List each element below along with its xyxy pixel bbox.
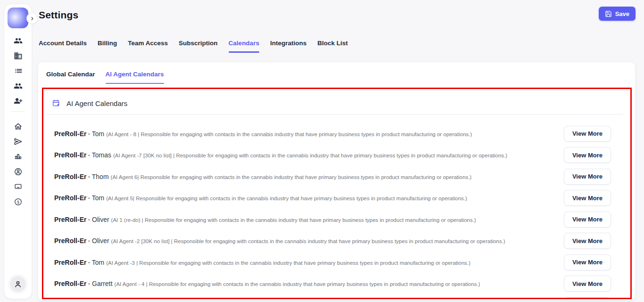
sidebar-button-building[interactable] — [10, 48, 25, 63]
sidebar: $ — [4, 4, 32, 299]
agent-row: View More — [43, 294, 630, 299]
agent-row: PreRoll-Er- Garrett(AI Agent - 4 | Respo… — [43, 273, 630, 295]
sidebar-top-icons — [10, 33, 25, 108]
chevron-right-icon — [30, 16, 35, 21]
section-header: AI Agent Calendars — [43, 89, 630, 107]
agent-brand: PreRoll-Er — [54, 259, 86, 266]
agent-name: - Garrett — [88, 280, 112, 287]
agent-row: PreRoll-Er- Tom(AI Agent -3 | Responsibl… — [43, 252, 630, 273]
agent-label: PreRoll-Er- Tom(AI Agent - 8 | Responsib… — [54, 130, 472, 138]
view-more-button[interactable]: View More — [564, 147, 611, 163]
tab-billing[interactable]: Billing — [98, 40, 117, 53]
view-more-button[interactable]: View More — [564, 297, 611, 299]
tab-calendars[interactable]: Calendars — [229, 40, 259, 53]
agent-description: (AI Agent -7 [30K no list] | Responsible… — [113, 153, 507, 158]
agent-row: PreRoll-Er- Thom(AI Agent 6| Responsible… — [43, 166, 630, 188]
tab-block-list[interactable]: Block List — [317, 40, 348, 53]
sidebar-button-bar-chart[interactable] — [10, 149, 25, 164]
user-avatar[interactable] — [10, 276, 26, 292]
agent-row: PreRoll-Er- Tom(AI Agent - 8 | Responsib… — [43, 123, 630, 145]
view-more-button[interactable]: View More — [564, 126, 611, 142]
home-icon — [14, 122, 23, 131]
section-title: AI Agent Calendars — [66, 99, 127, 107]
sidebar-button-person-add[interactable] — [10, 93, 25, 108]
view-more-button[interactable]: View More — [564, 190, 611, 206]
calendar-subtabs: Global CalendarAI Agent Calendars — [38, 62, 635, 84]
save-button[interactable]: Save — [599, 7, 636, 21]
account-circle-icon — [14, 167, 23, 176]
agent-description: (AI 1 (re-do) | Responsible for engaging… — [111, 217, 476, 223]
agent-label: PreRoll-Er- Tom(AI Agent -3 | Responsibl… — [54, 258, 471, 267]
sidebar-button-home[interactable] — [10, 119, 25, 134]
calendar-plus-icon — [52, 99, 60, 107]
highlighted-region: AI Agent Calendars PreRoll-Er- Tom(AI Ag… — [42, 88, 632, 299]
agent-label: PreRoll-Er- Thom(AI Agent 6| Responsible… — [54, 172, 471, 181]
subtab-global-calendar[interactable]: Global Calendar — [46, 71, 95, 84]
section-divider — [46, 114, 623, 114]
view-more-button[interactable]: View More — [564, 233, 611, 249]
tab-subscription[interactable]: Subscription — [179, 40, 218, 53]
subtab-ai-agent-calendars[interactable]: AI Agent Calendars — [106, 71, 164, 84]
person-icon — [13, 279, 23, 289]
sidebar-button-list[interactable] — [10, 63, 25, 78]
svg-text:$: $ — [17, 199, 19, 204]
agent-name: - Thom — [88, 173, 108, 180]
agent-list: PreRoll-Er- Tom(AI Agent - 8 | Responsib… — [43, 123, 630, 299]
agent-name: - Oliver — [88, 216, 109, 223]
tab-integrations[interactable]: Integrations — [270, 40, 306, 53]
sidebar-bottom-icons: $ — [10, 119, 25, 209]
tab-team-access[interactable]: Team Access — [128, 40, 168, 53]
sidebar-button-dollar[interactable]: $ — [10, 194, 25, 209]
agent-description: (AI Agent -2 [30K no list] | Responsible… — [111, 238, 505, 244]
building-icon — [14, 51, 23, 60]
agent-name: - Oliver — [88, 237, 109, 245]
sidebar-button-send[interactable] — [10, 134, 25, 149]
view-more-button[interactable]: View More — [564, 254, 611, 270]
agent-description: (AI Agent 6| Responsible for engaging wi… — [111, 174, 472, 180]
agent-brand: PreRoll-Er — [54, 173, 86, 180]
agent-description: (AI Agent -3 | Responsible for engaging … — [106, 260, 471, 266]
agent-label: PreRoll-Er- Garrett(AI Agent - 4 | Respo… — [54, 279, 480, 288]
agent-name: - Tom — [88, 130, 104, 138]
agent-row: PreRoll-Er- Tomas(AI Agent -7 [30K no li… — [43, 145, 630, 166]
person-add-icon — [14, 97, 23, 106]
page-title: Settings — [39, 9, 78, 21]
view-more-button[interactable]: View More — [564, 212, 611, 228]
agent-name: - Tom — [88, 194, 104, 202]
agent-brand: PreRoll-Er — [54, 151, 86, 159]
agent-label: PreRoll-Er- Oliver(AI 1 (re-do) | Respon… — [54, 215, 476, 224]
save-icon — [605, 10, 612, 17]
view-more-button[interactable]: View More — [564, 276, 611, 292]
agent-label: PreRoll-Er- Oliver(AI Agent -2 [30K no l… — [54, 237, 505, 245]
sidebar-button-users[interactable] — [10, 33, 25, 48]
send-icon — [14, 137, 23, 146]
agent-row: PreRoll-Er- Oliver(AI Agent -2 [30K no l… — [43, 230, 630, 252]
settings-tabs: Account DetailsBillingTeam AccessSubscri… — [39, 40, 348, 53]
save-label: Save — [615, 10, 629, 17]
agent-name: - Tom — [88, 259, 104, 266]
agent-brand: PreRoll-Er — [54, 216, 86, 223]
calendars-panel: Global CalendarAI Agent Calendars AI Age… — [38, 62, 636, 301]
agent-description: (AI Agent - 8 | Responsible for engaging… — [106, 131, 472, 137]
users-icon — [14, 36, 23, 45]
agent-brand: PreRoll-Er — [54, 130, 86, 138]
sidebar-divider — [11, 111, 25, 112]
dollar-icon: $ — [14, 197, 23, 206]
sidebar-button-account-circle[interactable] — [10, 164, 25, 179]
view-more-button[interactable]: View More — [564, 169, 611, 185]
list-icon — [14, 66, 23, 75]
sidebar-button-team[interactable] — [10, 78, 25, 93]
agent-label: PreRoll-Er- Tom(AI Agent 5| Responsible … — [54, 194, 467, 202]
sidebar-button-device[interactable] — [10, 179, 25, 194]
tab-account-details[interactable]: Account Details — [39, 40, 87, 53]
agent-description: (AI Agent 5| Responsible for engaging wi… — [106, 196, 467, 201]
sidebar-expand-button[interactable] — [26, 13, 38, 24]
agent-brand: PreRoll-Er — [54, 280, 86, 287]
agent-description: (AI Agent - 4 | Responsible for engaging… — [115, 281, 480, 287]
agent-row: PreRoll-Er- Oliver(AI 1 (re-do) | Respon… — [43, 209, 630, 230]
team-icon — [14, 82, 23, 90]
agent-name: - Tomas — [88, 151, 111, 159]
agent-row: PreRoll-Er- Tom(AI Agent 5| Responsible … — [43, 188, 630, 209]
app-logo[interactable] — [8, 8, 28, 28]
device-icon — [14, 182, 23, 191]
